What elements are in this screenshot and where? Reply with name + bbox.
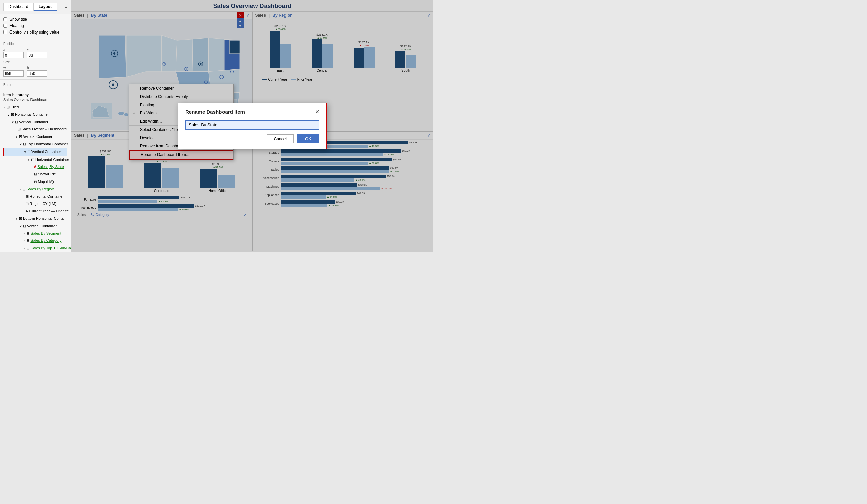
- size-row: w h: [3, 66, 67, 77]
- tree-arrow-vbottom[interactable]: ∨: [20, 224, 22, 229]
- tree-arrow[interactable]: ∨: [28, 157, 30, 162]
- tree-arrow-bottom[interactable]: ∨: [15, 216, 18, 222]
- tree-sales-by-segment[interactable]: > ⊟ Sales By Segment: [3, 230, 67, 237]
- tree-vcontainer1[interactable]: ∨ ⊟ Vertical Container: [3, 119, 67, 126]
- item-hierarchy-title: Item hierarchy: [3, 93, 67, 97]
- tree-label-hcontainer-region: Horizontal Container: [30, 193, 64, 200]
- tree-label-sales-dash: Sales Overview Dashboard: [22, 126, 67, 133]
- tree-arrow-region[interactable]: >: [20, 186, 21, 192]
- tree-sales-by-state[interactable]: A Sales | By State: [3, 163, 67, 171]
- tree-arrow-segment[interactable]: >: [24, 230, 25, 236]
- floating-checkbox-label[interactable]: Floating: [3, 23, 67, 28]
- tree-region-cy[interactable]: ⊡ Region CY (LM): [3, 200, 67, 208]
- tree-arrow[interactable]: ∨: [8, 112, 10, 118]
- tree-arrow-space6: [24, 201, 25, 207]
- tree-hcontainer-region[interactable]: ⊟ Horizontal Container: [3, 193, 67, 201]
- tree-sales-by-category[interactable]: > ⊟ Sales By Category: [3, 237, 67, 245]
- segment-icon: ⊟: [26, 230, 30, 237]
- modal-title-row: Rename Dashboard Item ✕: [185, 109, 319, 115]
- tree-label-region-cy: Region CY (LM): [30, 201, 56, 207]
- size-label: Size: [3, 60, 67, 64]
- tree-current-year-prior[interactable]: A Current Year — Prior Ye...: [3, 208, 67, 215]
- panel-close-button[interactable]: ◂: [65, 4, 67, 10]
- layout-options-section: Show title Floating Control visibility u…: [0, 14, 71, 39]
- tree-label-top10: Sales By Top 10 Sub-Categ...: [31, 245, 71, 252]
- tree-label-sales-state: Sales | By State: [37, 164, 64, 170]
- h-size-input[interactable]: [27, 71, 47, 77]
- tree-arrow[interactable]: ∨: [20, 142, 22, 147]
- tree-label-vcontainer1: Vertical Container: [19, 119, 49, 126]
- tree-tiled[interactable]: ∨ ⊞ Tiled: [3, 104, 67, 111]
- tree: ∨ ⊞ Tiled ∨ ⊟ Horizontal Container ∨ ⊟ V…: [3, 104, 67, 252]
- panel-tabs: Dashboard Layout: [3, 3, 57, 11]
- x-position-input[interactable]: [3, 52, 24, 58]
- tab-layout[interactable]: Layout: [33, 3, 57, 11]
- top-hcontainer-icon: ⊟: [23, 141, 26, 148]
- tree-sales-dashboard[interactable]: ⊞ Sales Overview Dashboard: [3, 126, 67, 133]
- modal-overlay: Rename Dashboard Item ✕ Cancel OK: [71, 0, 434, 252]
- floating-checkbox[interactable]: [3, 24, 8, 28]
- tiled-icon: ⊞: [7, 104, 10, 111]
- tree-arrow-space3: [32, 172, 33, 177]
- tree-arrow[interactable]: ∨: [24, 149, 26, 155]
- tree-arrow-tiled[interactable]: ∨: [3, 105, 6, 110]
- show-title-checkbox-label[interactable]: Show title: [3, 17, 67, 22]
- show-title-checkbox[interactable]: [3, 17, 8, 21]
- modal-title: Rename Dashboard Item: [185, 109, 245, 115]
- position-section: Position x y Size w h: [0, 39, 71, 79]
- tree-arrow-category[interactable]: >: [24, 238, 25, 244]
- tree-arrow-top10[interactable]: >: [24, 246, 25, 251]
- tree-hcontainer2[interactable]: ∨ ⊟ Horizontal Container: [3, 156, 67, 164]
- tree-vcontainer-highlighted[interactable]: ∨ ⊟ Vertical Container: [3, 148, 67, 156]
- tab-dashboard[interactable]: Dashboard: [3, 3, 33, 11]
- tree-map[interactable]: ⊠ Map (LM): [3, 178, 67, 186]
- control-visibility-checkbox-label[interactable]: Control visibility using value: [3, 30, 67, 34]
- tree-show-hide[interactable]: ⊡ Show/Hide: [3, 171, 67, 178]
- tree-arrow[interactable]: ∨: [11, 119, 14, 125]
- w-size-group: w: [3, 66, 24, 77]
- tree-hcontainer1[interactable]: ∨ ⊟ Horizontal Container: [3, 111, 67, 119]
- tree-label-tiled: Tiled: [11, 104, 19, 111]
- tree-bottom-hcontainer[interactable]: ∨ ⊟ Bottom Horizontal Contain...: [3, 215, 67, 223]
- tree-label-vcontainer2: Vertical Container: [23, 133, 53, 140]
- rename-input[interactable]: [185, 120, 319, 130]
- sales-state-icon: A: [34, 164, 36, 170]
- tree-label-hcontainer1: Horizontal Container: [15, 111, 49, 118]
- item-hierarchy-section: Item hierarchy Sales Overview Dashboard …: [0, 90, 71, 252]
- current-year-icon: A: [26, 208, 28, 215]
- y-position-group: y: [27, 48, 47, 58]
- rename-dialog: Rename Dashboard Item ✕ Cancel OK: [178, 103, 327, 149]
- tree-sales-by-region[interactable]: > ⊟ Sales By Region: [3, 186, 67, 193]
- tree-top-hcontainer[interactable]: ∨ ⊟ Top Horizontal Container: [3, 141, 67, 148]
- tree-arrow[interactable]: ∨: [15, 134, 18, 140]
- hcontainer-icon1: ⊟: [11, 111, 14, 118]
- tree-sales-by-top10[interactable]: > ⊟ Sales By Top 10 Sub-Categ...: [3, 245, 67, 252]
- modal-cancel-button[interactable]: Cancel: [267, 135, 293, 143]
- main-area: Sales Overview Dashboard Sales | By Stat…: [71, 0, 434, 252]
- h-size-group: h: [27, 66, 47, 77]
- position-row: x y: [3, 48, 67, 58]
- tree-arrow-space5: [24, 194, 25, 199]
- tree-arrow-space: [15, 127, 17, 132]
- modal-close-button[interactable]: ✕: [315, 109, 319, 115]
- sales-dash-icon: ⊞: [18, 126, 21, 133]
- tree-label-show-hide: Show/Hide: [38, 171, 56, 178]
- border-label: Border: [3, 83, 13, 87]
- tree-vcontainer-bottom[interactable]: ∨ ⊟ Vertical Container: [3, 223, 67, 230]
- modal-buttons: Cancel OK: [185, 135, 319, 143]
- panel-header: Dashboard Layout ◂: [0, 0, 71, 14]
- tree-label-top-hcontainer: Top Horizontal Container: [27, 141, 68, 148]
- left-panel: Dashboard Layout ◂ Show title Floating C…: [0, 0, 71, 252]
- control-visibility-checkbox[interactable]: [3, 30, 8, 34]
- tree-vcontainer2[interactable]: ∨ ⊟ Vertical Container: [3, 133, 67, 141]
- bottom-hcontainer-icon: ⊟: [19, 215, 22, 222]
- x-position-group: x: [3, 48, 24, 58]
- modal-ok-button[interactable]: OK: [297, 135, 319, 143]
- category-icon: ⊟: [26, 237, 30, 244]
- region-icon: ⊟: [22, 186, 25, 193]
- y-position-input[interactable]: [27, 52, 47, 58]
- show-hide-icon: ⊡: [34, 171, 37, 178]
- vcontainer-icon1: ⊟: [15, 119, 18, 126]
- w-size-input[interactable]: [3, 71, 24, 77]
- map-icon: ⊠: [34, 179, 37, 185]
